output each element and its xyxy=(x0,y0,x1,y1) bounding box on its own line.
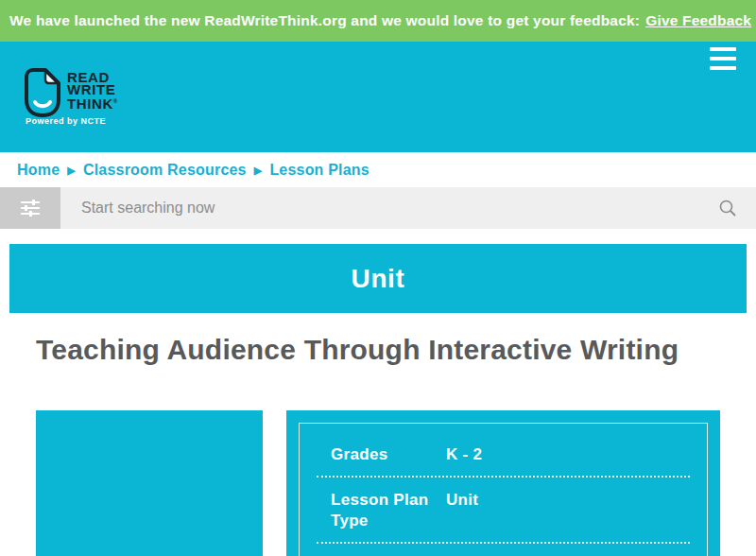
menu-bar xyxy=(710,66,736,70)
page-title: Teaching Audience Through Interactive Wr… xyxy=(36,334,720,366)
filter-button[interactable] xyxy=(0,187,60,229)
info-row-lesson-plan-type: Lesson Plan Type Unit xyxy=(317,478,690,544)
menu-icon[interactable] xyxy=(710,45,736,78)
search-bar xyxy=(0,187,756,229)
info-label: Lesson Plan Type xyxy=(331,490,437,531)
smiling-page-logo-icon xyxy=(25,68,60,117)
site-header: READ WRITE THINK® Powered by NCTE xyxy=(0,42,756,152)
give-feedback-link[interactable]: Give Feedback xyxy=(645,12,751,29)
info-value: Unit xyxy=(437,490,676,531)
announcement-text: We have launched the new ReadWriteThink.… xyxy=(9,12,640,29)
lesson-info-panel: Grades K - 2 Lesson Plan Type Unit Estim… xyxy=(286,410,720,556)
menu-bar xyxy=(710,57,736,61)
logo-tagline: Powered by NCTE xyxy=(26,116,106,126)
info-label: Grades xyxy=(331,444,437,465)
breadcrumb-classroom-resources-link[interactable]: Classroom Resources xyxy=(83,162,247,179)
announcement-banner: We have launched the new ReadWriteThink.… xyxy=(0,0,756,42)
sliders-icon xyxy=(21,200,40,217)
resource-type-label: Unit xyxy=(352,264,405,294)
triangle-right-icon: ▶ xyxy=(254,165,263,177)
search-submit-button[interactable] xyxy=(699,187,756,229)
content-row: Grades K - 2 Lesson Plan Type Unit Estim… xyxy=(36,410,720,556)
search-icon xyxy=(719,200,736,217)
lesson-info-table: Grades K - 2 Lesson Plan Type Unit Estim… xyxy=(299,423,708,556)
media-placeholder xyxy=(36,410,263,556)
breadcrumb-home-link[interactable]: Home xyxy=(17,162,60,179)
info-row-grades: Grades K - 2 xyxy=(317,432,690,478)
readwritethink-logo[interactable]: READ WRITE THINK® xyxy=(25,68,118,117)
registered-mark: ® xyxy=(113,98,118,104)
search-input[interactable] xyxy=(60,187,699,229)
breadcrumb: Home ▶ Classroom Resources ▶ Lesson Plan… xyxy=(0,152,756,187)
info-value: K - 2 xyxy=(437,444,676,465)
logo-wordmark: READ WRITE THINK® xyxy=(67,68,118,117)
info-row-estimated-time: Estimated Thirteen 20-minute xyxy=(317,544,690,556)
triangle-right-icon: ▶ xyxy=(67,165,76,177)
breadcrumb-lesson-plans-link[interactable]: Lesson Plans xyxy=(269,162,369,179)
resource-type-banner: Unit xyxy=(9,244,747,313)
menu-bar xyxy=(710,47,736,51)
